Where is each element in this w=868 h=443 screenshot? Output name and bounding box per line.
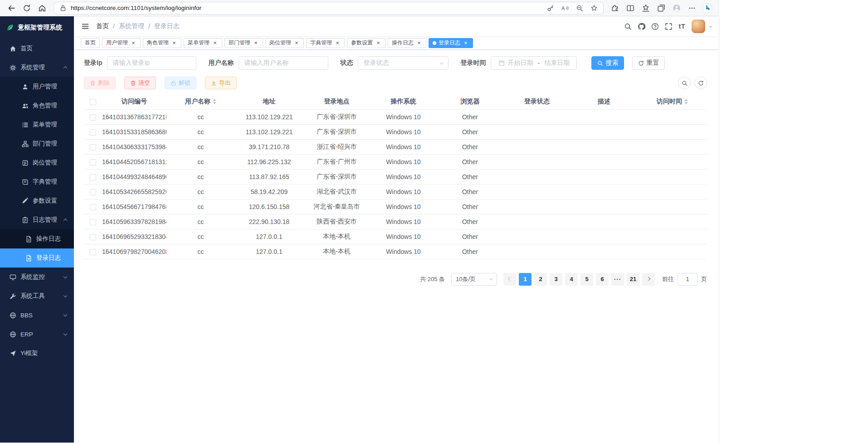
user-name-input[interactable]: 请输入用户名称 — [239, 56, 328, 70]
fullscreen-icon[interactable] — [665, 23, 673, 30]
tab-menu-management[interactable]: 菜单管理× — [184, 38, 222, 48]
row-checkbox[interactable] — [90, 144, 96, 151]
tab-user-management[interactable]: 用户管理× — [102, 38, 141, 48]
address-bar[interactable]: https://ccnetcore.com:1101/system/log/lo… — [54, 2, 604, 15]
breadcrumb-home[interactable]: 首页 — [96, 22, 109, 30]
close-icon[interactable]: × — [463, 40, 469, 46]
sidebar-item-login-log[interactable]: 登录日志 — [0, 248, 74, 268]
tab-operation-log[interactable]: 操作日志× — [388, 38, 426, 48]
delete-button[interactable]: 删除 — [84, 77, 116, 89]
extensions-icon[interactable] — [607, 1, 623, 15]
close-icon[interactable]: × — [253, 40, 259, 46]
unlock-button[interactable]: 解锁 — [165, 77, 196, 89]
login-ip-input[interactable]: 请输入登录Ip — [107, 56, 196, 70]
row-checkbox[interactable] — [90, 249, 96, 255]
column-header-user-name[interactable]: 用户名称 — [166, 94, 235, 109]
split-screen-icon[interactable] — [623, 1, 638, 15]
close-icon[interactable]: × — [375, 40, 381, 46]
read-aloud-icon[interactable]: A — [561, 5, 569, 12]
page-button-6[interactable]: 6 — [596, 273, 609, 286]
sidebar-item-log-management[interactable]: 日志管理 — [0, 210, 74, 229]
chevron-down-icon[interactable] — [709, 24, 712, 28]
browser-home-button[interactable] — [34, 1, 50, 15]
help-icon[interactable] — [651, 23, 659, 30]
search-button[interactable]: 搜索 — [591, 56, 624, 70]
sort-icon[interactable] — [684, 99, 688, 104]
sidebar-item-yi-framework[interactable]: Yi框架 — [0, 344, 74, 363]
row-checkbox[interactable] — [90, 219, 96, 225]
pagination-ellipsis[interactable]: ··· — [611, 273, 624, 286]
browser-back-button[interactable] — [4, 1, 19, 15]
tab-dict-management[interactable]: 字典管理× — [306, 38, 345, 48]
row-checkbox[interactable] — [90, 114, 96, 121]
tab-home[interactable]: 首页 — [81, 38, 100, 48]
sidebar-item-home[interactable]: 首页 — [0, 39, 74, 58]
header-search-icon[interactable] — [624, 23, 632, 30]
next-page-button[interactable] — [642, 273, 655, 286]
github-icon[interactable] — [638, 23, 645, 30]
close-icon[interactable]: × — [130, 40, 137, 46]
page-button-5[interactable]: 5 — [580, 273, 593, 286]
goto-page-input[interactable]: 1 — [678, 273, 697, 286]
page-button-2[interactable]: 2 — [534, 273, 547, 286]
refresh-table-button[interactable] — [694, 77, 707, 89]
page-button-4[interactable]: 4 — [565, 273, 578, 286]
tab-department-management[interactable]: 部门管理× — [224, 38, 263, 48]
close-icon[interactable]: × — [334, 40, 341, 46]
toggle-search-button[interactable] — [678, 77, 691, 89]
sidebar-item-department-management[interactable]: 部门管理 — [0, 134, 74, 153]
login-time-range-picker[interactable]: 开始日期 - 结束日期 — [491, 56, 577, 70]
sidebar-item-erp[interactable]: ERP — [0, 325, 74, 344]
sidebar-item-menu-management[interactable]: 菜单管理 — [0, 115, 74, 134]
sidebar-item-system-monitor[interactable]: 系统监控 — [0, 268, 74, 287]
tab-param-settings[interactable]: 参数设置× — [347, 38, 385, 48]
browser-refresh-button[interactable] — [19, 1, 34, 15]
sidebar-item-role-management[interactable]: 角色管理 — [0, 96, 74, 115]
page-size-select[interactable]: 10条/页 — [451, 273, 497, 286]
sidebar-item-operation-log[interactable]: 操作日志 — [0, 229, 74, 248]
sidebar-item-user-management[interactable]: 用户管理 — [0, 77, 74, 96]
sidebar-item-system-tools[interactable]: 系统工具 — [0, 287, 74, 306]
row-checkbox[interactable] — [90, 234, 96, 240]
clear-button[interactable]: 清空 — [124, 77, 156, 89]
page-button-1[interactable]: 1 — [519, 273, 532, 286]
favorite-star-icon[interactable] — [590, 5, 598, 12]
url-text[interactable]: https://ccnetcore.com:1101/system/log/lo… — [71, 5, 542, 11]
sidebar-item-system-management[interactable]: 系统管理 — [0, 58, 74, 77]
profile-avatar[interactable] — [669, 1, 684, 15]
page-button-3[interactable]: 3 — [550, 273, 562, 286]
tab-login-log[interactable]: 登录日志× — [429, 38, 473, 48]
close-icon[interactable]: × — [171, 40, 177, 46]
export-button[interactable]: 导出 — [205, 77, 237, 89]
row-checkbox[interactable] — [90, 174, 96, 180]
copilot-icon[interactable] — [700, 1, 715, 15]
close-icon[interactable]: × — [212, 40, 218, 46]
font-size-icon[interactable]: tT — [678, 23, 685, 30]
row-checkbox[interactable] — [90, 129, 96, 136]
sort-icon[interactable] — [213, 99, 216, 104]
sidebar-item-param-settings[interactable]: 参数设置 — [0, 191, 74, 210]
select-all-checkbox[interactable] — [90, 99, 96, 105]
sidebar-item-post-management[interactable]: 岗位管理 — [0, 153, 74, 172]
collections-icon[interactable] — [653, 1, 669, 15]
row-checkbox[interactable] — [90, 189, 96, 195]
sidebar-item-bbs[interactable]: BBS — [0, 306, 74, 325]
browser-menu-icon[interactable] — [684, 1, 700, 15]
page-button-21[interactable]: 21 — [627, 273, 639, 286]
row-checkbox[interactable] — [90, 159, 96, 166]
user-avatar[interactable] — [692, 19, 705, 33]
tab-role-management[interactable]: 角色管理× — [143, 38, 181, 48]
password-key-icon[interactable] — [547, 5, 554, 12]
favorites-icon[interactable] — [638, 1, 653, 15]
zoom-out-icon[interactable] — [576, 5, 583, 12]
hamburger-icon[interactable] — [81, 22, 89, 30]
close-icon[interactable]: × — [293, 40, 300, 46]
row-checkbox[interactable] — [90, 204, 96, 210]
column-header-visit-time[interactable]: 访问时间 — [638, 94, 707, 109]
status-select[interactable]: 登录状态 — [358, 56, 449, 70]
prev-page-button[interactable] — [503, 273, 516, 286]
close-icon[interactable]: × — [416, 40, 422, 46]
sidebar-item-dict-management[interactable]: 字典管理 — [0, 172, 74, 191]
reset-button[interactable]: 重置 — [632, 56, 665, 70]
tab-post-management[interactable]: 岗位管理× — [265, 38, 304, 48]
